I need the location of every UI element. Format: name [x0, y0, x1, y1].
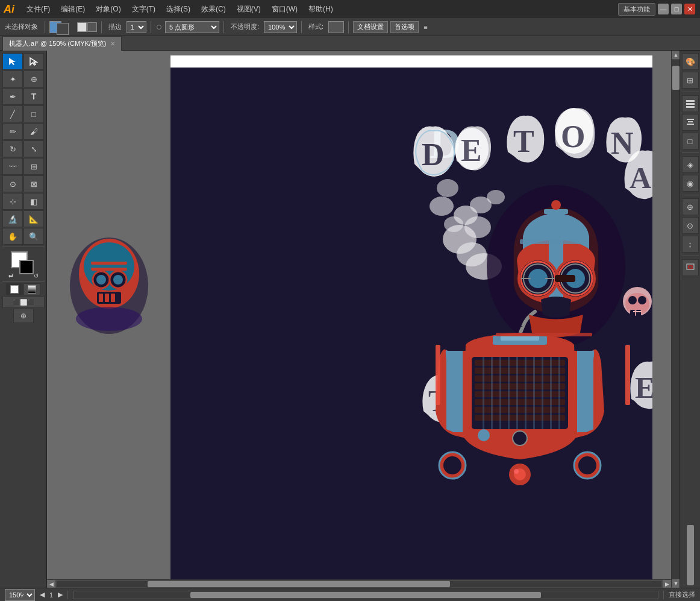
vscroll-thumb[interactable] [672, 66, 680, 90]
svg-text:O: O [561, 119, 585, 154]
nav-prev-btn[interactable]: ◀ [40, 591, 45, 599]
menu-file[interactable]: 文件(F) [22, 2, 55, 17]
close-button[interactable]: ✕ [684, 4, 695, 14]
stroke-color-swatch[interactable] [57, 23, 69, 35]
gradient-tool[interactable]: ◧ [23, 193, 44, 210]
preferences-btn[interactable]: 首选项 [390, 21, 419, 33]
nav-next-btn[interactable]: ▶ [58, 591, 63, 599]
sep4 [223, 21, 224, 33]
svg-point-58 [551, 200, 561, 210]
menu-help[interactable]: 帮助(H) [304, 2, 338, 17]
minimize-button[interactable]: — [658, 4, 669, 14]
brush-tool[interactable]: 🖌 [23, 123, 44, 140]
default-colors[interactable]: ↺ [34, 272, 39, 279]
vscrollbar[interactable]: ▲ ▼ [671, 51, 680, 588]
zoom-tool[interactable]: 🔍 [23, 228, 44, 245]
line-tool[interactable]: ╱ [2, 105, 23, 122]
lasso-tool[interactable]: ⊕ [23, 71, 44, 87]
page-input[interactable]: 1 [49, 591, 53, 599]
rp-vscroll-thumb[interactable] [687, 525, 694, 585]
canvas-area[interactable]: D D E [47, 51, 680, 588]
color-mode-btn[interactable] [6, 283, 23, 295]
background-color[interactable] [19, 260, 34, 274]
rp-layers-btn[interactable] [682, 95, 699, 112]
rp-brush-btn[interactable]: ⊞ [682, 72, 699, 89]
stroke-select[interactable]: 1 [127, 21, 146, 33]
titlebar-left: Ai 文件(F) 编辑(E) 对象(O) 文字(T) 选择(S) 效果(C) 视… [0, 2, 338, 17]
hscroll-right-btn[interactable]: ▶ [663, 580, 671, 588]
stroke-style-btn2[interactable] [87, 22, 97, 32]
menu-select[interactable]: 选择(S) [161, 2, 195, 17]
vscroll-track[interactable] [672, 60, 680, 580]
scale-tool[interactable]: ⤡ [23, 140, 44, 157]
magic-wand-tool[interactable]: ✦ [2, 71, 23, 87]
hscrollbar[interactable]: ◀ ▶ [47, 579, 671, 588]
shape-tool[interactable]: □ [23, 105, 44, 122]
mode-row: ⬛⬜⬛ [2, 296, 45, 308]
vscroll-down-btn[interactable]: ▼ [672, 579, 680, 588]
svg-point-40 [444, 216, 463, 232]
hscroll-left-btn[interactable]: ◀ [47, 580, 55, 588]
svg-point-42 [437, 179, 458, 197]
hscroll-thumb-bottom[interactable] [190, 592, 541, 598]
hscroll-area[interactable] [73, 591, 658, 599]
tool-row-3: ✒ T [2, 88, 44, 105]
menu-window[interactable]: 窗口(W) [267, 2, 302, 17]
tab-close-btn[interactable]: ✕ [110, 40, 115, 47]
stroke-style-btn[interactable] [77, 22, 87, 32]
rp-appearance-btn[interactable]: ⊕ [682, 198, 699, 215]
maximize-button[interactable]: □ [671, 4, 682, 14]
left-toolpanel: ✦ ⊕ ✒ T ╱ □ ✏ 🖌 ↻ ⤡ 〰 ⊞ ⊙ ⊠ ⊹ ◧ [0, 51, 47, 588]
menu-edit[interactable]: 编辑(E) [56, 2, 90, 17]
svg-text:D: D [422, 137, 445, 172]
warp-tool[interactable]: 〰 [2, 158, 23, 175]
opacity-select[interactable]: 100% [264, 21, 297, 33]
menu-view[interactable]: 视图(V) [232, 2, 266, 17]
menu-effect[interactable]: 效果(C) [196, 2, 231, 17]
workspace-button[interactable]: 基本功能 [618, 3, 655, 16]
svg-point-89 [514, 469, 519, 474]
svg-rect-10 [99, 294, 103, 302]
shape-builder-tool[interactable]: ⊙ [2, 175, 23, 192]
transform-tool[interactable]: ⊞ [23, 158, 44, 175]
svg-point-47 [528, 269, 548, 288]
rp-graphic-styles-btn[interactable]: ◉ [682, 175, 699, 192]
zoom-select[interactable]: 150% [5, 589, 35, 601]
svg-text:E: E [635, 371, 652, 404]
measure-tool[interactable]: 📐 [23, 210, 44, 227]
type-tool[interactable]: T [23, 88, 44, 105]
hscroll-thumb[interactable] [148, 581, 450, 587]
vscroll-up-btn[interactable]: ▲ [672, 51, 680, 59]
svg-point-86 [578, 456, 596, 474]
direct-selection-tool[interactable] [23, 53, 44, 70]
doc-settings-btn[interactable]: 文档设置 [353, 21, 388, 33]
selection-tool[interactable] [2, 53, 23, 70]
hand-tool[interactable]: ✋ [2, 228, 23, 245]
rp-align-btn[interactable] [682, 114, 699, 131]
artwork-thumbnail [58, 213, 157, 358]
pen-tool[interactable]: ✒ [2, 88, 23, 105]
style-swatch[interactable] [328, 21, 344, 33]
hscroll-track[interactable] [57, 581, 661, 587]
menu-object[interactable]: 对象(O) [91, 2, 125, 17]
eyedropper-tool[interactable]: 🔬 [2, 210, 23, 227]
perspective-tool[interactable]: ⊠ [23, 175, 44, 192]
tool-row-7: 〰 ⊞ [2, 158, 44, 175]
gradient-mode-btn[interactable] [23, 283, 40, 295]
rp-symbols-btn[interactable]: ◈ [682, 156, 699, 173]
point-shape-select[interactable]: 5 点圆形 [165, 21, 219, 33]
rp-swatches-btn[interactable]: ⊙ [682, 217, 699, 234]
rp-info-btn[interactable]: ↕ [682, 236, 699, 253]
tab-robot[interactable]: 机器人.ai* @ 150% (CMYK/预览) ✕ [2, 36, 122, 51]
view-btn[interactable]: ⊕ [13, 309, 34, 323]
pencil-tool[interactable]: ✏ [2, 123, 23, 140]
rotate-tool[interactable]: ↻ [2, 140, 23, 157]
rp-color-btn[interactable]: 🎨 [682, 53, 699, 70]
rp-navigator-btn[interactable] [682, 259, 699, 276]
swap-colors[interactable]: ⇄ [8, 272, 13, 279]
rp-transform-btn[interactable]: □ [682, 133, 699, 149]
mesh-tool[interactable]: ⊹ [2, 193, 23, 210]
screen-mode-btn[interactable]: ⬛⬜⬛ [2, 296, 45, 308]
status-sep2 [663, 591, 664, 599]
menu-type[interactable]: 文字(T) [127, 2, 160, 17]
